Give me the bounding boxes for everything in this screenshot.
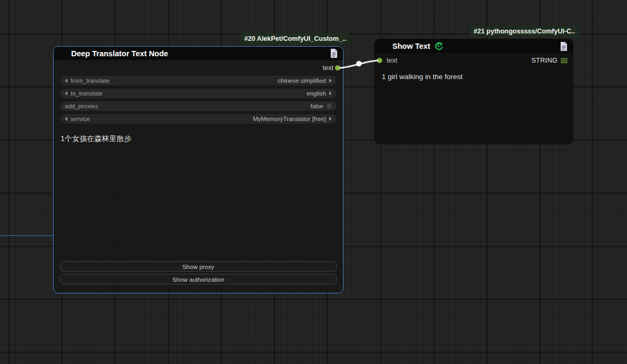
- document-icon[interactable]: [560, 42, 568, 51]
- combo-right-arrow-icon[interactable]: [329, 91, 332, 96]
- combo-left-arrow-icon[interactable]: [65, 79, 67, 83]
- widget-from-translate[interactable]: from_translate chinese simplified: [60, 76, 337, 85]
- widget-value: MyMemoryTranslator [free]: [253, 116, 326, 122]
- widget-value: chinese simplified: [278, 77, 326, 84]
- node-source-badge: #20 AlekPet/ComfyUI_Custom_..: [240, 33, 350, 45]
- widget-value: english: [307, 90, 326, 97]
- combo-left-arrow-icon[interactable]: [65, 117, 67, 121]
- widget-name: add_proxies: [65, 103, 98, 109]
- show-authorization-button[interactable]: Show authorization: [60, 274, 337, 284]
- show-text-output[interactable]: 1 girl walking in the forest: [375, 68, 573, 81]
- node-titlebar[interactable]: Deep Translator Text Node: [54, 47, 343, 60]
- combo-left-arrow-icon[interactable]: [65, 91, 67, 96]
- combo-right-arrow-icon[interactable]: [329, 117, 332, 121]
- node-menu-icon[interactable]: [59, 50, 67, 57]
- output-slot-label: text: [323, 64, 333, 72]
- node-link[interactable]: [340, 60, 378, 68]
- widget-add-proxies[interactable]: add_proxies false: [60, 101, 337, 111]
- node-menu-icon[interactable]: [380, 43, 388, 49]
- input-slot-dot[interactable]: [377, 58, 382, 63]
- combo-right-arrow-icon[interactable]: [329, 79, 332, 83]
- node-show-text[interactable]: Show Text text: [374, 39, 573, 144]
- graph-canvas[interactable]: #20 AlekPet/ComfyUI_Custom_.. #21 python…: [0, 0, 627, 364]
- input-slot-label: text: [386, 57, 397, 64]
- green-grid-icon[interactable]: [561, 58, 568, 64]
- node-title: Deep Translator Text Node: [71, 49, 168, 58]
- show-proxy-button[interactable]: Show proxy: [60, 261, 337, 272]
- widget-name: to_translate: [71, 90, 102, 97]
- toggle-dot-icon[interactable]: [327, 103, 332, 109]
- canvas-axis-line: [0, 235, 53, 236]
- node-deep-translator-text[interactable]: Deep Translator Text Node text from_tran…: [53, 46, 343, 293]
- widget-to-translate[interactable]: to_translate english: [60, 89, 337, 98]
- output-slot-row: text: [54, 60, 343, 76]
- widget-name: service: [71, 116, 90, 122]
- green-swirl-icon: [434, 42, 443, 51]
- widget-name: from_translate: [71, 77, 110, 84]
- node-source-badge: #21 pythongosssss/ComfyUI-C..: [469, 26, 579, 37]
- output-slot-dot[interactable]: [335, 65, 340, 71]
- input-type-label: STRING: [531, 57, 557, 64]
- node-title: Show Text: [392, 42, 430, 50]
- widget-service[interactable]: service MyMemoryTranslator [free]: [60, 114, 337, 124]
- widget-value: false: [311, 103, 323, 109]
- link-midpoint-dot[interactable]: [356, 61, 362, 66]
- input-slot-row: text STRING: [375, 53, 573, 68]
- translate-text-input[interactable]: 1个女孩在森林里散步: [54, 127, 343, 143]
- node-titlebar[interactable]: Show Text: [375, 39, 573, 53]
- document-icon[interactable]: [330, 49, 338, 58]
